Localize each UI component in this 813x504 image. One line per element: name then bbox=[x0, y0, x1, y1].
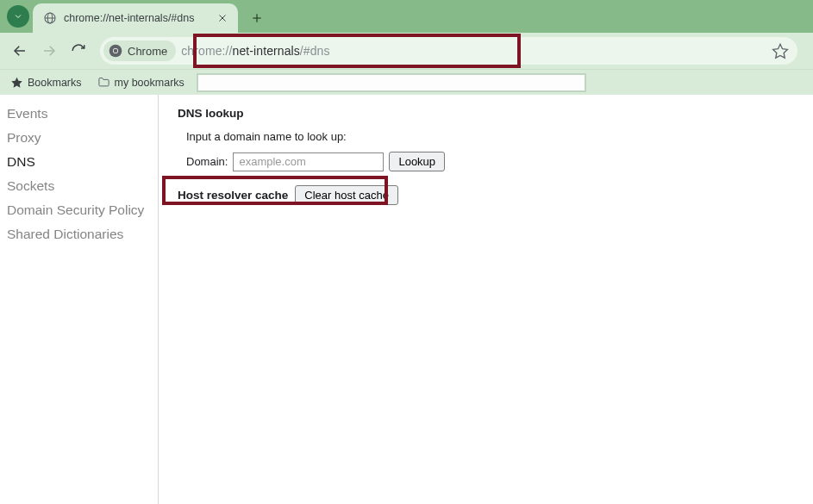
browser-tab[interactable]: chrome://net-internals/#dns bbox=[33, 3, 238, 33]
star-filled-icon bbox=[10, 76, 23, 89]
site-info-chip[interactable]: Chrome bbox=[103, 40, 176, 61]
sidebar-item-domain-security[interactable]: Domain Security Policy bbox=[0, 198, 158, 222]
arrow-left-icon bbox=[12, 43, 28, 59]
tab-close-button[interactable] bbox=[216, 11, 229, 25]
sidebar-item-sockets[interactable]: Sockets bbox=[0, 174, 158, 198]
clear-host-cache-button[interactable]: Clear host cache bbox=[295, 185, 398, 205]
sidebar-item-label: Events bbox=[7, 106, 47, 121]
arrow-right-icon bbox=[41, 43, 57, 59]
site-info-label: Chrome bbox=[128, 45, 167, 58]
sidebar-item-proxy[interactable]: Proxy bbox=[0, 126, 158, 150]
plus-icon bbox=[250, 11, 264, 25]
sidebar-item-shared-dictionaries[interactable]: Shared Dictionaries bbox=[0, 222, 158, 246]
sidebar-item-label: Shared Dictionaries bbox=[7, 227, 123, 241]
reload-button[interactable] bbox=[66, 38, 91, 64]
bookmarks-button[interactable]: Bookmarks bbox=[5, 73, 87, 91]
bookmarks-label: Bookmarks bbox=[28, 77, 82, 89]
chrome-logo-icon bbox=[109, 44, 122, 58]
dns-lookup-prompt: Input a domain name to look up: bbox=[186, 130, 794, 143]
sidebar-item-label: Proxy bbox=[7, 130, 41, 145]
globe-icon bbox=[43, 11, 57, 25]
main-panel: DNS lookup Input a domain name to look u… bbox=[159, 95, 813, 504]
dns-lookup-title: DNS lookup bbox=[178, 107, 794, 120]
sidebar-item-label: DNS bbox=[7, 154, 35, 169]
domain-label: Domain: bbox=[186, 155, 228, 168]
domain-input[interactable] bbox=[233, 152, 384, 171]
toolbar: Chrome chrome://net-internals/#dns bbox=[0, 33, 813, 69]
lookup-button[interactable]: Lookup bbox=[389, 152, 445, 171]
folder-icon bbox=[97, 76, 110, 89]
sidebar-item-dns[interactable]: DNS bbox=[0, 150, 158, 174]
bookmark-star-button[interactable] bbox=[772, 42, 789, 59]
page-content: Events Proxy DNS Sockets Domain Security… bbox=[0, 95, 813, 504]
back-button[interactable] bbox=[7, 38, 33, 64]
bookmarks-folder[interactable]: my bookmarks bbox=[92, 73, 190, 91]
svg-point-11 bbox=[114, 49, 118, 53]
new-tab-button[interactable] bbox=[245, 6, 269, 30]
bookmarks-search-area[interactable] bbox=[197, 73, 586, 92]
sidebar-item-label: Domain Security Policy bbox=[7, 202, 144, 217]
forward-button[interactable] bbox=[36, 38, 62, 64]
bookmarks-bar: Bookmarks my bookmarks bbox=[0, 69, 813, 95]
sidebar: Events Proxy DNS Sockets Domain Security… bbox=[0, 95, 159, 504]
tab-strip: chrome://net-internals/#dns bbox=[0, 0, 813, 33]
star-icon bbox=[772, 42, 789, 59]
svg-marker-12 bbox=[773, 44, 788, 58]
address-bar[interactable]: Chrome chrome://net-internals/#dns bbox=[100, 37, 797, 65]
close-icon bbox=[217, 13, 228, 23]
bookmarks-folder-label: my bookmarks bbox=[115, 77, 184, 89]
sidebar-item-events[interactable]: Events bbox=[0, 102, 158, 126]
chevron-down-icon bbox=[13, 11, 23, 22]
url-text: chrome://net-internals/#dns bbox=[181, 44, 329, 58]
sidebar-item-label: Sockets bbox=[7, 178, 54, 193]
svg-marker-13 bbox=[11, 78, 22, 88]
reload-icon bbox=[71, 43, 86, 59]
tab-title: chrome://net-internals/#dns bbox=[64, 12, 216, 24]
profile-menu-button[interactable] bbox=[7, 5, 29, 28]
host-resolver-cache-label: Host resolver cache bbox=[178, 189, 288, 202]
